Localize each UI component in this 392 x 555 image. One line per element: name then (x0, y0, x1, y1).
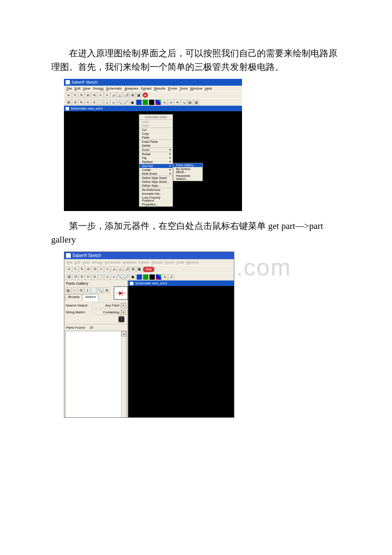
ctx-replace[interactable]: Replace (139, 160, 173, 164)
tool-icon[interactable]: ⊘ (85, 92, 91, 98)
tool-icon[interactable]: ⊞ (130, 92, 135, 98)
tab-search[interactable]: Search (82, 294, 99, 301)
tool-icon[interactable]: ▦ (136, 266, 142, 272)
ctx-get-part[interactable]: Get Part (139, 164, 173, 168)
color-icon[interactable] (149, 274, 155, 280)
pg-btn[interactable]: □ (72, 287, 78, 293)
tool-icon[interactable]: ⊿ (111, 266, 117, 272)
tool-icon[interactable]: ≠ (66, 92, 72, 98)
string-match-value[interactable]: Containing (92, 309, 121, 315)
cut-icon[interactable]: ✂ (85, 99, 91, 105)
color-icon[interactable] (142, 99, 148, 105)
ctx-define-style-sheet[interactable]: Define Style Sheet... (139, 180, 173, 184)
submenu-parts-gallery[interactable]: Parts Gallery... (173, 163, 202, 167)
tool-icon[interactable]: ⎌ (104, 99, 110, 105)
copy-icon[interactable]: ⎘ (92, 274, 98, 280)
dropdown-icon[interactable]: ▾ (121, 310, 126, 315)
ctx-create[interactable]: Create (139, 168, 173, 172)
binoculars-icon[interactable] (118, 316, 124, 322)
tool-icon[interactable]: ⟲ (91, 92, 97, 98)
ctx-redo[interactable]: Redo (139, 124, 173, 127)
pg-btn[interactable]: ⊡ (78, 287, 84, 293)
tool-icon[interactable]: ✦ (174, 99, 180, 105)
pg-btn[interactable]: 📄 (91, 287, 97, 293)
menu-view[interactable]: View (83, 260, 90, 264)
tool-icon[interactable]: ↻ (79, 274, 85, 280)
tool-icon[interactable]: ↲ (168, 99, 174, 105)
ctx-re-reference[interactable]: Re-Reference (139, 188, 173, 192)
tool-icon[interactable]: ≠ (66, 266, 72, 272)
zoom-icon[interactable]: 🔎 (123, 99, 129, 105)
menu-extract[interactable]: Extract (141, 87, 152, 90)
tool-icon[interactable]: ↲ (168, 274, 174, 280)
tool-icon[interactable]: ↻ (78, 99, 84, 105)
tool-icon[interactable]: ≡ (98, 92, 104, 98)
tool-icon[interactable]: △ (117, 266, 123, 272)
tool-icon[interactable]: ⟲ (92, 266, 98, 272)
tool-icon[interactable]: ⊿ (110, 92, 116, 98)
tool-icon[interactable]: ↳ (161, 99, 167, 105)
menu-edit[interactable]: Edit (75, 260, 81, 264)
tool-icon[interactable]: ↖ (72, 266, 78, 272)
tool-icon[interactable]: ⊘ (85, 266, 91, 272)
menu-help[interactable]: Help (205, 87, 212, 90)
tool-icon[interactable]: ⎌ (104, 274, 110, 280)
color-icon[interactable] (136, 99, 142, 105)
ctx-copy[interactable]: Copy (139, 132, 173, 136)
submenu-parametric-search[interactable]: Parametric Search... (173, 174, 202, 181)
ctx-exact-paste[interactable]: Exact Paste (139, 139, 173, 144)
menu-window[interactable]: Window (190, 87, 202, 90)
submenu-by-symbol-name[interactable]: By Symbol Name... (173, 167, 202, 174)
parts-list[interactable]: ▴ (65, 331, 127, 418)
tool-icon[interactable]: ⊞ (66, 99, 72, 105)
tool-icon[interactable]: ⎇ (123, 92, 129, 98)
menu-probe[interactable]: Probe (168, 87, 177, 90)
dropdown-icon[interactable]: ▾ (121, 303, 126, 308)
pg-btn[interactable]: ⚙ (104, 287, 110, 293)
tool-icon[interactable]: ∿ (104, 92, 110, 98)
ctx-properties[interactable]: Properties... (139, 202, 173, 206)
ctx-define-style[interactable]: Define Style... (139, 184, 173, 188)
menu-probe[interactable]: Probe (165, 260, 174, 264)
cut-icon[interactable]: ✂ (85, 274, 91, 280)
tool-icon[interactable]: ▣ (130, 99, 135, 105)
paste-icon[interactable]: 📋 (98, 274, 104, 280)
zoom-icon[interactable]: 🔍 (117, 274, 123, 280)
ctx-lock-property[interactable]: Lock Property Positions (139, 196, 173, 202)
pg-btn[interactable]: ℹ (84, 287, 90, 293)
ctx-paste[interactable]: Paste (139, 136, 173, 139)
tab-browse[interactable]: Browse (65, 294, 83, 301)
paste-icon[interactable]: 📋 (98, 99, 104, 105)
menu-analyses[interactable]: Analyses (124, 87, 138, 90)
menu-results[interactable]: Results (152, 260, 163, 264)
menu-design[interactable]: Design (92, 260, 103, 264)
tool-icon[interactable]: ↺ (72, 274, 78, 280)
tool-icon[interactable]: ▥ (193, 99, 199, 105)
ctx-multi-sheet[interactable]: Multi-Sheet (139, 172, 173, 176)
tool-icon[interactable]: ⊞ (130, 266, 136, 272)
tool-icon[interactable]: ⊞ (66, 274, 72, 280)
menu-window[interactable]: Window (186, 260, 198, 264)
zoom-icon[interactable]: 🔍 (117, 99, 123, 105)
menu-file[interactable]: File (66, 87, 72, 90)
menu-file[interactable]: File (67, 260, 72, 264)
tool-icon[interactable]: ✎ (79, 266, 85, 272)
menu-analyses[interactable]: Analyses (123, 260, 136, 264)
stop-button[interactable]: Stop (143, 266, 155, 272)
stop-icon[interactable]: ● (142, 92, 148, 98)
ctx-flip[interactable]: Flip (139, 156, 173, 160)
ctx-cut[interactable]: Cut (139, 127, 173, 132)
tool-icon[interactable]: ✎ (78, 92, 84, 98)
ctx-undo[interactable]: Undo (139, 120, 173, 124)
tool-icon[interactable]: ↳ (162, 274, 168, 280)
ctx-annotate-info[interactable]: Annotate Info. (139, 192, 173, 196)
copy-icon[interactable]: ⎘ (91, 99, 97, 105)
color-icon[interactable] (143, 274, 149, 280)
menu-view[interactable]: View (83, 87, 90, 90)
color-icon[interactable] (156, 274, 161, 280)
scroll-up-icon[interactable]: ▴ (121, 331, 126, 336)
tool-icon[interactable]: ⎇ (124, 266, 130, 272)
tool-icon[interactable]: ∿ (104, 266, 110, 272)
menu-extract[interactable]: Extract (139, 260, 150, 264)
tool-icon[interactable]: ⎌ (110, 99, 116, 105)
